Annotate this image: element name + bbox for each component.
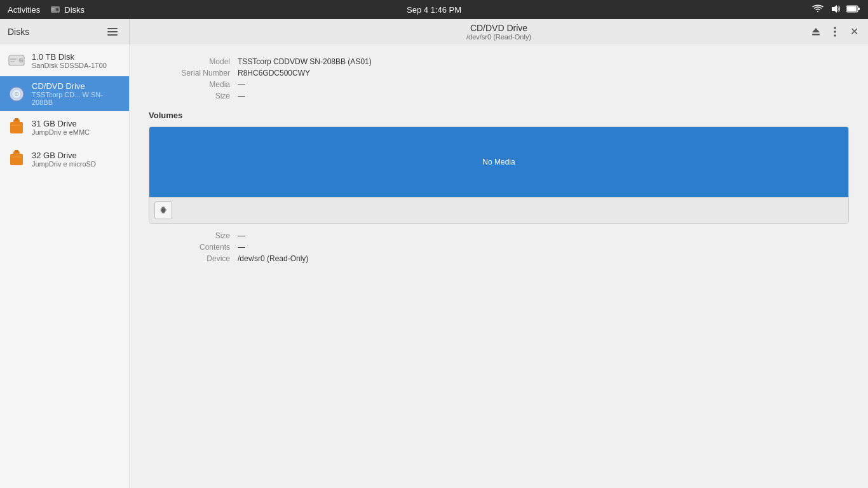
sidebar-item-usb2[interactable]: 32 GB Drive JumpDriv e microSD	[0, 143, 129, 175]
disks-app-icon	[50, 4, 60, 15]
media-row: Media —	[149, 80, 849, 89]
hdd-icon	[8, 51, 25, 69]
cdvd-sub: TSSTcorp CD... W SN-208BB	[32, 91, 121, 106]
usb1-icon	[8, 118, 25, 136]
svg-rect-26	[10, 122, 23, 133]
usb1-sub: JumpDriv e eMMC	[32, 128, 90, 136]
volume-bar: No Media	[149, 127, 848, 197]
svg-marker-12	[812, 28, 820, 32]
cdvd-item-text: CD/DVD Drive TSSTcorp CD... W SN-208BB	[32, 81, 121, 106]
drive-title: CD/DVD Drive	[466, 23, 531, 33]
svg-rect-3	[51, 8, 55, 10]
svg-rect-9	[107, 28, 118, 29]
svg-point-21	[20, 60, 22, 61]
svg-rect-30	[10, 154, 23, 165]
serial-label: Serial Number	[149, 69, 238, 78]
eject-button[interactable]	[807, 23, 825, 41]
usb1-item-text: 31 GB Drive JumpDriv e eMMC	[32, 119, 90, 136]
vol-size-label: Size	[149, 231, 238, 240]
serial-value: R8HC6GDC500CWY	[238, 69, 310, 78]
close-button[interactable]: ✕	[845, 23, 863, 41]
app-label: Disks	[50, 4, 85, 15]
svg-point-15	[834, 30, 836, 33]
sidebar-item-usb1[interactable]: 31 GB Drive JumpDriv e eMMC	[0, 111, 129, 143]
cdvd-name: CD/DVD Drive	[32, 81, 121, 91]
hamburger-menu-button[interactable]	[104, 23, 121, 41]
gear-button[interactable]	[154, 201, 172, 219]
activities-button[interactable]: Activities	[8, 5, 40, 15]
volumes-section-title: Volumes	[149, 111, 849, 120]
vol-size-value: —	[238, 231, 245, 240]
model-row: Model TSSTcorp CDDVDW SN-208BB (AS01)	[149, 57, 849, 66]
sidebar-item-cdvd[interactable]: CD/DVD Drive TSSTcorp CD... W SN-208BB	[0, 76, 129, 111]
svg-point-25	[16, 93, 17, 95]
hdd-name: 1.0 TB Disk	[32, 52, 107, 62]
usb1-name: 31 GB Drive	[32, 119, 90, 128]
hdd-sub: SanDisk SDSSDA-1T00	[32, 62, 107, 69]
svg-rect-18	[10, 58, 17, 60]
model-value: TSSTcorp CDDVDW SN-208BB (AS01)	[238, 57, 372, 66]
svg-rect-33	[11, 156, 22, 158]
battery-icon	[846, 4, 860, 15]
vol-contents-row: Contents —	[149, 243, 849, 252]
vol-size-row: Size —	[149, 231, 849, 240]
sidebar: 1.0 TB Disk SanDisk SDSSDA-1T00 CD/DVD D…	[0, 44, 130, 488]
drive-subtitle: /dev/sr0 (Read-Only)	[466, 33, 531, 41]
hdd-item-text: 1.0 TB Disk SanDisk SDSSDA-1T00	[32, 52, 107, 69]
vol-contents-value: —	[238, 243, 245, 252]
volume-info-table: Size — Contents — Device /dev/sr0 (Read-…	[149, 231, 849, 263]
size-label: Size	[149, 92, 238, 100]
svg-rect-8	[858, 8, 860, 10]
vol-device-label: Device	[149, 254, 238, 263]
drive-title-block: CD/DVD Drive /dev/sr0 (Read-Only)	[466, 23, 531, 41]
svg-rect-11	[107, 34, 118, 36]
size-value: —	[238, 92, 245, 100]
sidebar-title: Disks	[8, 27, 98, 37]
svg-rect-29	[11, 125, 22, 126]
usb2-item-text: 32 GB Drive JumpDriv e microSD	[32, 151, 96, 168]
svg-rect-32	[15, 150, 18, 152]
volume-container: No Media	[149, 126, 849, 224]
volume-toolbar	[149, 197, 848, 223]
usb2-name: 32 GB Drive	[32, 151, 96, 160]
no-media-label: No Media	[482, 158, 515, 166]
svg-rect-4	[51, 10, 53, 11]
more-options-button[interactable]	[826, 23, 844, 41]
svg-rect-19	[10, 61, 15, 62]
svg-point-14	[834, 27, 836, 29]
datetime-label: Sep 4 1:46 PM	[407, 5, 461, 15]
media-value: —	[238, 80, 245, 89]
usb2-icon	[8, 150, 25, 168]
size-row: Size —	[149, 92, 849, 100]
model-label: Model	[149, 57, 238, 66]
wifi-icon	[812, 4, 824, 15]
vol-device-value: /dev/sr0 (Read-Only)	[238, 254, 308, 263]
vol-contents-label: Contents	[149, 243, 238, 252]
app-name-label: Disks	[64, 5, 85, 15]
svg-rect-10	[107, 31, 118, 32]
media-label: Media	[149, 80, 238, 89]
vol-device-row: Device /dev/sr0 (Read-Only)	[149, 254, 849, 263]
content-panel: Model TSSTcorp CDDVDW SN-208BB (AS01) Se…	[130, 44, 868, 488]
svg-marker-5	[832, 5, 837, 13]
usb2-sub: JumpDriv e microSD	[32, 160, 96, 168]
svg-rect-13	[812, 34, 820, 36]
svg-rect-28	[15, 118, 18, 121]
serial-row: Serial Number R8HC6GDC500CWY	[149, 69, 849, 78]
cd-icon	[8, 85, 25, 103]
svg-point-2	[57, 9, 58, 10]
sidebar-item-hdd[interactable]: 1.0 TB Disk SanDisk SDSSDA-1T00	[0, 44, 129, 76]
drive-info-table: Model TSSTcorp CDDVDW SN-208BB (AS01) Se…	[149, 57, 849, 100]
speaker-icon	[830, 4, 840, 16]
svg-rect-7	[847, 6, 857, 11]
svg-point-16	[834, 34, 836, 37]
